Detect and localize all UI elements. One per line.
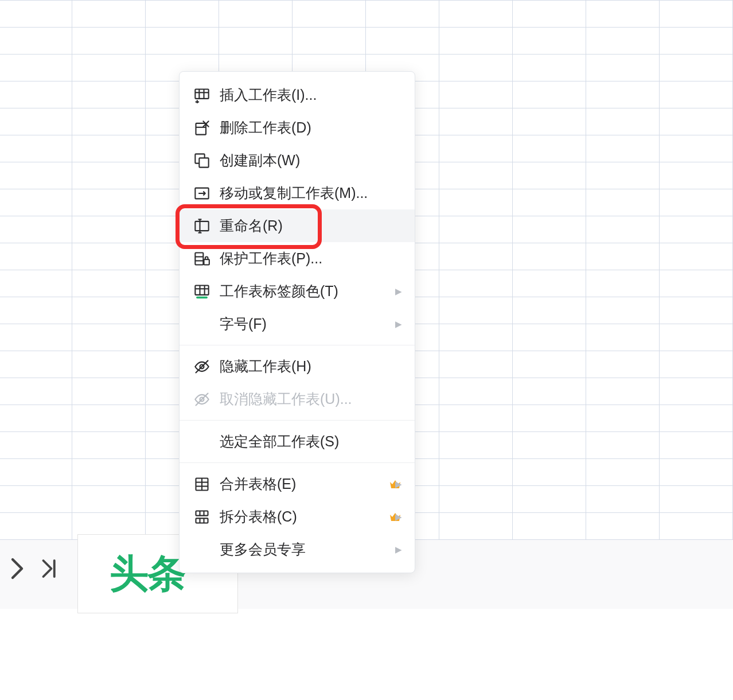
- menu-item-delete-sheet[interactable]: 删除工作表(D): [180, 111, 415, 144]
- svg-rect-1: [195, 89, 208, 98]
- menu-item-font-size[interactable]: 字号(F) ▶: [180, 308, 415, 340]
- sheet-tab-label: 头条: [110, 548, 185, 600]
- menu-item-protect-sheet[interactable]: 保护工作表(P)...: [180, 242, 415, 275]
- menu-item-split-table[interactable]: 拆分表格(C) ▶: [180, 500, 415, 533]
- menu-item-label: 工作表标签颜色(T): [220, 282, 402, 301]
- menu-item-label: 移动或复制工作表(M)...: [220, 184, 402, 203]
- svg-rect-19: [195, 252, 203, 265]
- delete-sheet-icon: [192, 118, 212, 138]
- submenu-arrow-icon: ▶: [395, 286, 402, 297]
- menu-separator: [180, 345, 415, 345]
- hide-sheet-icon: [192, 357, 212, 376]
- insert-sheet-icon: [192, 85, 212, 105]
- menu-item-hide-sheet[interactable]: 隐藏工作表(H): [180, 350, 415, 383]
- svg-rect-23: [195, 285, 208, 294]
- menu-item-label: 创建副本(W): [220, 151, 402, 170]
- svg-rect-37: [196, 518, 208, 523]
- submenu-arrow-icon: ▶: [395, 512, 402, 522]
- menu-item-label: 隐藏工作表(H): [220, 357, 402, 376]
- menu-item-more-premium[interactable]: 更多会员专享 ▶: [180, 533, 415, 566]
- rename-icon: [192, 216, 212, 236]
- svg-rect-15: [195, 221, 208, 230]
- menu-item-label: 取消隐藏工作表(U)...: [220, 390, 402, 409]
- submenu-arrow-icon: ▶: [395, 479, 402, 489]
- menu-item-unhide-sheet: 取消隐藏工作表(U)...: [180, 383, 415, 415]
- menu-item-merge-table[interactable]: 合并表格(E) ▶: [180, 468, 415, 500]
- menu-item-label: 合并表格(E): [220, 475, 380, 493]
- menu-item-insert-sheet[interactable]: 插入工作表(I)...: [180, 79, 415, 111]
- protect-sheet-icon: [192, 249, 212, 269]
- menu-item-label: 插入工作表(I)...: [220, 85, 402, 104]
- svg-rect-36: [196, 511, 208, 515]
- menu-item-label: 拆分表格(C): [220, 507, 380, 526]
- menu-separator: [180, 462, 415, 463]
- copy-sheet-icon: [192, 151, 212, 170]
- merge-table-icon: [192, 475, 212, 494]
- split-table-icon: [192, 507, 212, 527]
- menu-item-select-all-sheets[interactable]: 选定全部工作表(S): [180, 425, 415, 458]
- svg-rect-22: [204, 259, 209, 265]
- menu-item-move-copy[interactable]: 移动或复制工作表(M)...: [180, 177, 415, 209]
- menu-separator: [180, 420, 415, 421]
- move-sheet-icon: [192, 184, 212, 203]
- menu-item-create-copy[interactable]: 创建副本(W): [180, 144, 415, 177]
- submenu-arrow-icon: ▶: [395, 319, 402, 329]
- spacer-icon: [192, 314, 212, 334]
- tab-color-icon: [192, 282, 212, 301]
- spacer-icon: [192, 432, 212, 452]
- menu-item-rename[interactable]: 重命名(R): [180, 209, 415, 242]
- sheet-nav-last-button[interactable]: [41, 557, 57, 582]
- menu-item-label: 更多会员专享: [220, 540, 402, 559]
- menu-item-label: 重命名(R): [220, 216, 402, 235]
- unhide-sheet-icon: [192, 390, 212, 409]
- menu-item-label: 选定全部工作表(S): [220, 432, 402, 451]
- spacer-icon: [192, 540, 212, 559]
- menu-item-tab-color[interactable]: 工作表标签颜色(T) ▶: [180, 275, 415, 308]
- menu-item-label: 字号(F): [220, 314, 402, 333]
- svg-rect-12: [199, 158, 208, 167]
- sheet-context-menu: 插入工作表(I)... 删除工作表(D) 创建副本(W) 移动或复制工作表(M)…: [179, 71, 415, 573]
- sheet-nav-next-button[interactable]: [10, 557, 24, 582]
- submenu-arrow-icon: ▶: [395, 545, 402, 555]
- menu-item-label: 保护工作表(P)...: [220, 249, 402, 268]
- menu-item-label: 删除工作表(D): [220, 118, 402, 137]
